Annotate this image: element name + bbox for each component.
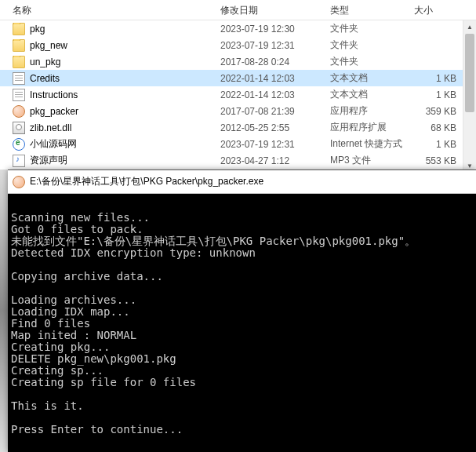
file-size: 1 KB	[409, 73, 461, 84]
file-name: un_pkg	[30, 56, 60, 67]
link-icon	[13, 138, 25, 151]
file-type: 文件夹	[325, 55, 409, 68]
file-name: Credits	[30, 73, 60, 84]
column-header-date[interactable]: 修改日期	[216, 0, 325, 20]
file-row[interactable]: un_pkg2017-08-28 0:24文件夹	[0, 53, 476, 70]
scrollbar-thumb[interactable]	[465, 34, 474, 112]
column-header-type[interactable]: 类型	[325, 0, 409, 20]
file-name: pkg	[30, 24, 45, 35]
folder-icon	[13, 39, 25, 52]
file-date: 2012-05-25 2:55	[216, 122, 325, 133]
text-icon	[13, 72, 25, 85]
folder-icon	[13, 56, 25, 68]
file-type: 文本文档	[325, 71, 409, 85]
file-date: 2022-01-14 12:03	[216, 73, 325, 84]
file-date: 2023-04-27 1:12	[216, 155, 325, 166]
file-name: pkg_new	[30, 40, 67, 51]
file-list: pkg2023-07-19 12:30文件夹pkg_new2023-07-19 …	[0, 20, 476, 169]
column-header-size[interactable]: 大小	[409, 0, 456, 20]
file-name: 小仙源码网	[30, 137, 77, 151]
app-icon	[13, 176, 25, 188]
file-row[interactable]: pkg_new2023-07-19 12:31文件夹	[0, 37, 476, 53]
vertical-scrollbar[interactable]: ▲ ▼	[463, 20, 476, 173]
console-window: E:\备份\星界神话工具\打包\PKG Packer\pkg_packer.ex…	[8, 170, 476, 452]
file-row[interactable]: Credits2022-01-14 12:03文本文档1 KB	[0, 70, 476, 86]
file-date: 2023-07-19 12:31	[216, 139, 325, 150]
file-type: 文件夹	[325, 22, 409, 35]
file-type: 应用程序扩展	[325, 121, 409, 134]
file-name: pkg_packer	[30, 106, 78, 117]
file-type: Internet 快捷方式	[325, 137, 409, 151]
column-header-name[interactable]: 名称	[0, 0, 216, 20]
folder-icon	[13, 23, 25, 35]
file-row[interactable]: zlib.net.dll2012-05-25 2:55应用程序扩展68 KB	[0, 119, 476, 136]
file-row[interactable]: 资源声明2023-04-27 1:12MP3 文件553 KB	[0, 152, 476, 169]
file-date: 2023-07-19 12:30	[216, 24, 325, 35]
file-type: MP3 文件	[325, 154, 409, 167]
file-date: 2017-08-28 0:24	[216, 56, 325, 67]
exe-icon	[13, 105, 25, 118]
console-title-text: E:\备份\星界神话工具\打包\PKG Packer\pkg_packer.ex…	[30, 175, 263, 188]
file-size: 68 KB	[409, 122, 461, 133]
console-output: Scanning new files... Got 0 files to pac…	[8, 194, 476, 442]
file-name: Instructions	[30, 89, 78, 100]
file-row[interactable]: Instructions2022-01-14 12:03文本文档1 KB	[0, 86, 476, 103]
file-row[interactable]: 小仙源码网2023-07-19 12:31Internet 快捷方式1 KB	[0, 136, 476, 152]
mp3-icon	[13, 155, 25, 167]
file-explorer: 名称 修改日期 类型 大小 pkg2023-07-19 12:30文件夹pkg_…	[0, 0, 476, 173]
dll-icon	[13, 122, 25, 134]
file-size: 359 KB	[409, 106, 461, 117]
column-header-row: 名称 修改日期 类型 大小	[0, 0, 476, 20]
file-name: zlib.net.dll	[30, 122, 71, 133]
file-date: 2022-01-14 12:03	[216, 89, 325, 100]
file-type: 应用程序	[325, 104, 409, 118]
file-size: 1 KB	[409, 89, 461, 100]
text-icon	[13, 89, 25, 101]
console-titlebar[interactable]: E:\备份\星界神话工具\打包\PKG Packer\pkg_packer.ex…	[8, 170, 476, 194]
scroll-up-button[interactable]: ▲	[463, 20, 476, 34]
file-type: 文本文档	[325, 88, 409, 101]
file-row[interactable]: pkg2023-07-19 12:30文件夹	[0, 20, 476, 37]
file-name: 资源声明	[30, 154, 67, 167]
file-type: 文件夹	[325, 38, 409, 52]
window-edge-shadow	[0, 170, 8, 452]
file-size: 1 KB	[409, 139, 461, 150]
file-date: 2017-07-08 21:39	[216, 106, 325, 117]
file-row[interactable]: pkg_packer2017-07-08 21:39应用程序359 KB	[0, 103, 476, 119]
file-date: 2023-07-19 12:31	[216, 40, 325, 51]
file-size: 553 KB	[409, 155, 461, 166]
